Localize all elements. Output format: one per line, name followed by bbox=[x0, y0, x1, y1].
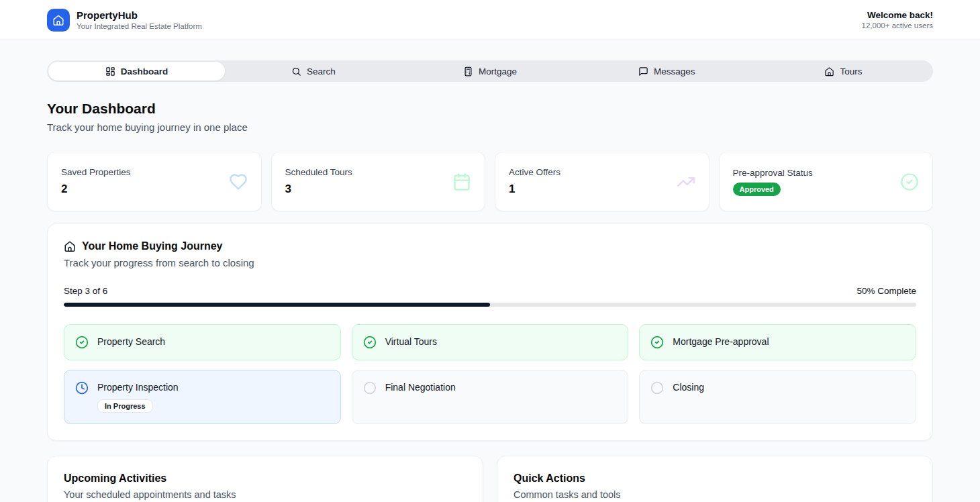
step-label: Property Inspection bbox=[97, 381, 179, 393]
step-label: Final Negotiation bbox=[385, 381, 456, 393]
brand-tagline: Your Integrated Real Estate Platform bbox=[77, 22, 202, 30]
search-icon bbox=[291, 66, 301, 77]
check-circle-icon bbox=[75, 336, 89, 349]
tab-mortgage[interactable]: Mortgage bbox=[401, 62, 578, 81]
in-progress-badge: In Progress bbox=[97, 399, 153, 413]
tab-search[interactable]: Search bbox=[225, 62, 401, 81]
step-label: Virtual Tours bbox=[385, 336, 437, 347]
stat-label: Pre-approval Status bbox=[733, 168, 813, 178]
home-icon bbox=[824, 66, 834, 77]
progress-fill bbox=[64, 303, 490, 307]
check-circle-icon bbox=[650, 336, 664, 349]
step-label: Mortgage Pre-approval bbox=[673, 336, 769, 347]
trending-up-icon bbox=[677, 172, 695, 191]
calculator-icon bbox=[463, 66, 473, 77]
tab-tours[interactable]: Tours bbox=[755, 62, 932, 81]
approved-badge: Approved bbox=[733, 183, 781, 196]
step-mortgage-preapproval: Mortgage Pre-approval bbox=[639, 324, 916, 360]
check-circle-icon bbox=[900, 172, 919, 191]
journey-title: Your Home Buying Journey bbox=[82, 240, 223, 252]
stat-label: Active Offers bbox=[509, 167, 560, 177]
brand-name: PropertyHub bbox=[77, 9, 202, 21]
tab-label: Messages bbox=[654, 66, 695, 77]
quick-actions-subtitle: Common tasks and tools bbox=[513, 489, 916, 500]
activities-subtitle: Your scheduled appointments and tasks bbox=[64, 489, 467, 500]
active-users-text: 12,000+ active users bbox=[862, 21, 933, 30]
dashboard-grid-icon bbox=[105, 66, 115, 77]
step-progress-label: Step 3 of 6 bbox=[64, 286, 107, 296]
step-property-search: Property Search bbox=[64, 324, 341, 360]
stat-value: 2 bbox=[61, 183, 131, 196]
clock-icon bbox=[75, 381, 89, 395]
step-closing: Closing bbox=[639, 370, 916, 424]
step-virtual-tours: Virtual Tours bbox=[352, 324, 629, 360]
main-tabbar: Dashboard Search Mortgage Messages Tours bbox=[47, 60, 933, 82]
activities-title: Upcoming Activities bbox=[64, 472, 467, 485]
app-header: PropertyHub Your Integrated Real Estate … bbox=[0, 0, 980, 40]
welcome-text: Welcome back! bbox=[862, 10, 933, 20]
stat-value: 1 bbox=[509, 183, 560, 196]
stat-value: 3 bbox=[285, 183, 352, 196]
step-final-negotiation: Final Negotiation bbox=[352, 370, 629, 424]
check-circle-icon bbox=[363, 336, 377, 349]
tab-messages[interactable]: Messages bbox=[579, 62, 755, 81]
upcoming-activities-panel: Upcoming Activities Your scheduled appoi… bbox=[47, 456, 483, 502]
stats-row: Saved Properties 2 Scheduled Tours 3 Act… bbox=[47, 152, 933, 211]
quick-actions-panel: Quick Actions Common tasks and tools Sch… bbox=[497, 456, 933, 502]
home-icon bbox=[64, 240, 76, 252]
tab-dashboard[interactable]: Dashboard bbox=[48, 62, 225, 81]
message-square-icon bbox=[638, 66, 648, 77]
quick-actions-title: Quick Actions bbox=[513, 472, 916, 485]
percent-complete-label: 50% Complete bbox=[856, 286, 916, 296]
progress-bar bbox=[64, 303, 916, 307]
calendar-icon bbox=[452, 172, 471, 191]
tab-label: Tours bbox=[840, 66, 862, 77]
brand: PropertyHub Your Integrated Real Estate … bbox=[47, 9, 202, 32]
step-property-inspection: Property Inspection In Progress bbox=[64, 370, 341, 424]
tab-label: Dashboard bbox=[121, 66, 168, 77]
brand-logo bbox=[47, 9, 70, 32]
stat-label: Saved Properties bbox=[61, 167, 131, 177]
stat-label: Scheduled Tours bbox=[285, 167, 352, 177]
step-label: Property Search bbox=[97, 336, 165, 347]
journey-steps: Property Search Virtual Tours Mortgage P… bbox=[64, 324, 916, 424]
heart-icon bbox=[229, 172, 248, 191]
home-icon bbox=[52, 14, 64, 26]
stat-card-scheduled-tours: Scheduled Tours 3 bbox=[271, 152, 486, 211]
tab-label: Mortgage bbox=[479, 66, 517, 77]
stat-card-saved-properties: Saved Properties 2 bbox=[47, 152, 262, 211]
page-subtitle: Track your home buying journey in one pl… bbox=[47, 121, 933, 133]
circle-icon bbox=[363, 381, 377, 395]
circle-icon bbox=[650, 381, 664, 395]
page-title: Your Dashboard bbox=[47, 101, 933, 117]
stat-card-active-offers: Active Offers 1 bbox=[495, 152, 709, 211]
stat-card-preapproval-status: Pre-approval Status Approved bbox=[719, 152, 934, 211]
tab-label: Search bbox=[307, 66, 336, 77]
journey-card: Your Home Buying Journey Track your prog… bbox=[47, 223, 933, 441]
journey-subtitle: Track your progress from search to closi… bbox=[64, 257, 916, 268]
step-label: Closing bbox=[673, 381, 704, 393]
